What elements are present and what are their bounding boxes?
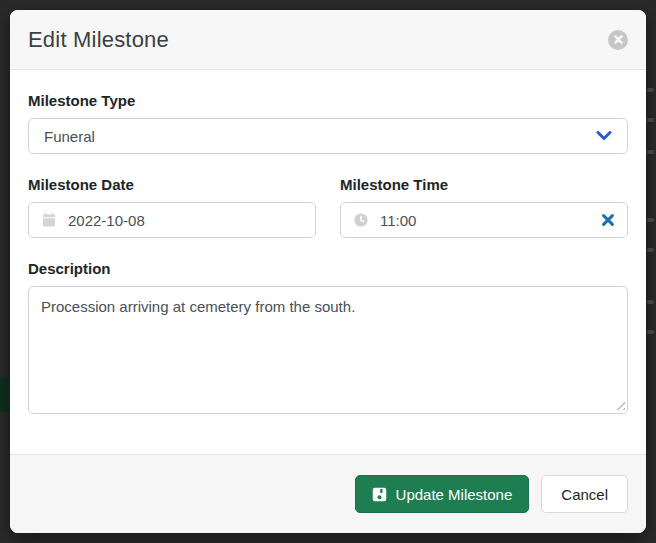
clear-time-button[interactable] — [601, 213, 615, 227]
edit-milestone-dialog: Edit Milestone Milestone Type Funeral Mi… — [10, 10, 646, 533]
backdrop-text-remnant — [647, 300, 654, 304]
description-group: Description Procession arriving at cemet… — [28, 260, 628, 414]
backdrop-text-remnant — [647, 118, 654, 122]
cancel-button[interactable]: Cancel — [541, 475, 628, 513]
dialog-title: Edit Milestone — [28, 27, 169, 53]
save-icon — [372, 487, 387, 502]
backdrop-text-remnant — [647, 150, 654, 154]
milestone-date-label: Milestone Date — [28, 176, 316, 193]
backdrop-text-remnant — [647, 248, 654, 252]
time-column: Milestone Time — [340, 176, 628, 238]
description-field: Procession arriving at cemetery from the… — [28, 286, 628, 414]
date-column: Milestone Date — [28, 176, 316, 238]
backdrop-text-remnant — [647, 330, 654, 334]
milestone-date-field — [28, 202, 316, 238]
dialog-footer: Update Milestone Cancel — [10, 454, 646, 533]
calendar-icon — [41, 212, 57, 228]
update-milestone-button[interactable]: Update Milestone — [355, 475, 530, 513]
clear-icon — [601, 213, 615, 227]
close-button[interactable] — [608, 30, 628, 50]
clock-icon — [353, 212, 369, 228]
dialog-header: Edit Milestone — [10, 10, 646, 70]
close-icon — [614, 35, 623, 44]
description-label: Description — [28, 260, 628, 277]
backdrop-page-remnant — [0, 378, 9, 412]
cancel-label: Cancel — [561, 486, 608, 503]
milestone-type-value: Funeral — [44, 128, 95, 145]
backdrop-text-remnant — [647, 88, 654, 92]
chevron-down-icon — [596, 131, 612, 141]
update-milestone-label: Update Milestone — [396, 486, 513, 503]
dialog-body: Milestone Type Funeral Milestone Date — [10, 70, 646, 454]
description-textarea[interactable]: Procession arriving at cemetery from the… — [28, 286, 628, 414]
date-time-row: Milestone Date Milestone Time — [28, 176, 628, 238]
backdrop-text-remnant — [647, 218, 654, 222]
milestone-date-input[interactable] — [68, 212, 303, 229]
milestone-time-label: Milestone Time — [340, 176, 628, 193]
milestone-type-select[interactable]: Funeral — [28, 118, 628, 154]
milestone-time-input[interactable] — [380, 212, 590, 229]
milestone-time-field — [340, 202, 628, 238]
milestone-type-label: Milestone Type — [28, 92, 628, 109]
